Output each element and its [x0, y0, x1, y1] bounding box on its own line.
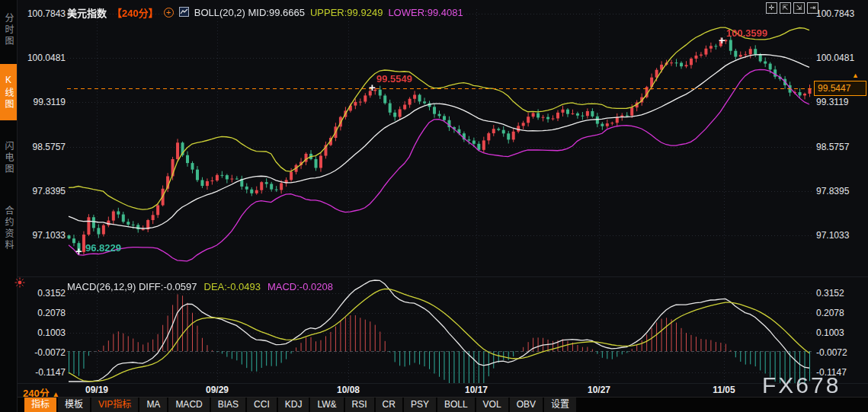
last-price-box: 99.5447 — [814, 81, 866, 96]
x-axis-date: 09/19 — [85, 385, 108, 395]
sidebar: 分时图K线图闪电图合约资料 — [0, 0, 18, 412]
macd-axis-label-right: 0.3152 — [816, 288, 866, 299]
indicator-toolbar: 指标模板VIP指标MAMACDBIASCCIKDJLW&RSICRPSYBOLL… — [24, 398, 576, 412]
watermark: FX678 — [762, 372, 841, 398]
x-axis-date: 09/29 — [206, 385, 229, 395]
extreme-price-annotation: 100.3599 — [726, 27, 767, 39]
x-axis-date: 10/08 — [337, 385, 360, 395]
circle-plus-icon[interactable]: + — [164, 8, 174, 18]
macd-macd-label: MACD:-0.0208 — [267, 281, 333, 292]
kline-chart-icon[interactable] — [179, 7, 189, 19]
toolbar-button-VIP指标[interactable]: VIP指标 — [91, 398, 138, 412]
symbol-name: 美元指数 — [67, 5, 107, 20]
macd-axis-label-left: -0.1147 — [18, 367, 66, 378]
macd-axis-label-left: 0.1003 — [18, 327, 66, 338]
boll-upper-label: UPPER:99.9249 — [310, 7, 383, 18]
x-axis-date: 10/27 — [588, 385, 610, 395]
toolbar-button-MACD[interactable]: MACD — [168, 398, 209, 412]
price-axis-label-right: 97.1033 — [816, 230, 866, 241]
price-axis-label-left: 100.7843 — [18, 8, 66, 19]
extreme-price-annotation: 99.5549 — [376, 73, 412, 85]
macd-axis-label-right: 0.2078 — [816, 308, 866, 318]
axis-zoom-out-icon[interactable]: ⇲ — [793, 2, 805, 14]
collapse-right-icon[interactable]: ⇥ — [807, 2, 818, 14]
x-axis-date: 11/05 — [713, 385, 735, 395]
toolbar-button-LW&[interactable]: LW& — [310, 398, 343, 412]
extreme-price-annotation: 96.8229 — [85, 242, 121, 254]
toolbar-button-模板[interactable]: 模板 — [58, 398, 90, 412]
macd-indicator-chart[interactable] — [67, 279, 812, 383]
price-axis-label-right: 100.7843 — [816, 8, 866, 19]
price-axis-label-left: 97.8395 — [18, 186, 66, 196]
price-marker-icon: ▲ — [852, 72, 859, 79]
macd-axis-label-left: 0.3152 — [18, 288, 66, 299]
toolbar-button-PSY[interactable]: PSY — [404, 398, 436, 412]
toolbar-button-BIAS[interactable]: BIAS — [211, 398, 245, 412]
sidebar-tab-3[interactable]: 合约资料 — [0, 193, 17, 263]
last-price-value: 99.5447 — [818, 83, 850, 94]
chart-title-bar: 美元指数 【240分】 + BOLL(20,2) MID:99.6665 UPP… — [67, 5, 463, 20]
price-axis-label-left: 99.3119 — [18, 97, 66, 107]
x-axis-date: 10/17 — [465, 385, 488, 395]
price-axis-label-right: 98.5757 — [816, 142, 866, 152]
macd-axis-label-left: -0.0072 — [18, 347, 66, 358]
toolbar-button-MA[interactable]: MA — [139, 398, 167, 412]
chart-tool-icons: ✛⇱⇲⇥ — [766, 2, 818, 14]
toolbar-button-OBV[interactable]: OBV — [510, 398, 543, 412]
toolbar-button-RSI[interactable]: RSI — [345, 398, 374, 412]
crosshair-icon[interactable]: ✛ — [766, 2, 777, 14]
pane-divider — [18, 276, 868, 277]
alert-icon[interactable] — [14, 277, 25, 288]
toolbar-button-VOL[interactable]: VOL — [476, 398, 508, 412]
extreme-cross-marker: + — [719, 37, 725, 44]
sidebar-tab-0[interactable]: 分时图 — [0, 3, 17, 56]
price-axis-label-right: 99.3119 — [816, 97, 866, 107]
macd-axis-label-right: 0.1003 — [816, 327, 866, 338]
axis-divider — [18, 383, 868, 384]
boll-lower-label: LOWER:99.4081 — [388, 7, 463, 18]
price-axis-label-right: 100.0481 — [816, 53, 866, 63]
toolbar-button-KDJ[interactable]: KDJ — [278, 398, 309, 412]
macd-axis-label-right: -0.0072 — [816, 347, 866, 358]
chart-app: 分时图K线图闪电图合约资料 美元指数 【240分】 + BOLL(20,2) M… — [0, 0, 868, 412]
price-axis-label-left: 100.0481 — [18, 53, 66, 63]
price-axis-label-left: 97.1033 — [18, 230, 66, 241]
price-axis-label-right: 97.8395 — [816, 186, 866, 196]
price-axis-label-left: 98.5757 — [18, 142, 66, 152]
toolbar-button-BOLL[interactable]: BOLL — [437, 398, 475, 412]
sidebar-tab-1[interactable]: K线图 — [0, 64, 17, 120]
sidebar-tab-2[interactable]: 闪电图 — [0, 131, 17, 184]
toolbar-button-CR[interactable]: CR — [376, 398, 402, 412]
interval-tag[interactable]: 【240分】 — [112, 5, 159, 20]
main-price-chart[interactable] — [67, 9, 812, 276]
extreme-cross-marker: + — [75, 248, 82, 255]
macd-axis-label-left: 0.2078 — [18, 308, 66, 318]
toolbar-button-CCI[interactable]: CCI — [247, 398, 277, 412]
axis-zoom-in-icon[interactable]: ⇱ — [780, 2, 791, 14]
toolbar-button-设置[interactable]: 设置 — [544, 398, 576, 412]
macd-main-label: MACD(26,12,9) DIFF:-0.0597 — [67, 281, 197, 292]
macd-dea-label: DEA:-0.0493 — [204, 281, 261, 292]
boll-mid-label: BOLL(20,2) MID:99.6665 — [194, 7, 305, 18]
extreme-cross-marker: + — [369, 84, 376, 91]
toolbar-button-指标[interactable]: 指标 — [24, 398, 56, 412]
macd-title-bar: MACD(26,12,9) DIFF:-0.0597 DEA:-0.0493 M… — [67, 281, 333, 292]
